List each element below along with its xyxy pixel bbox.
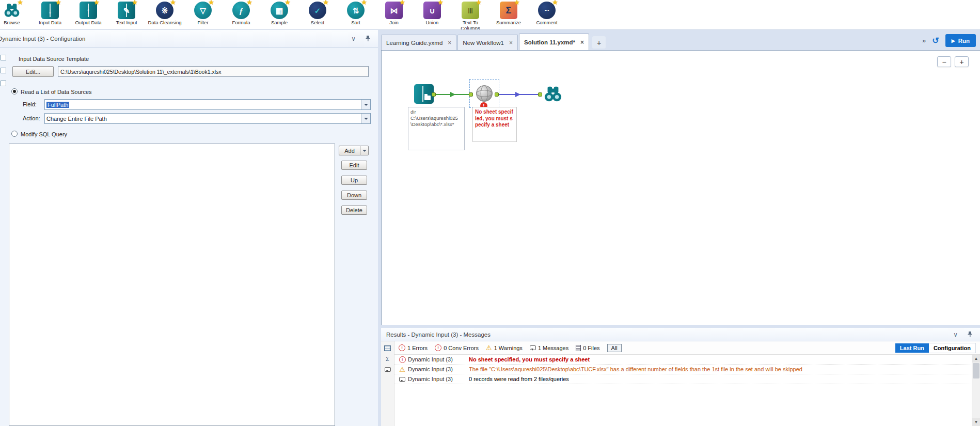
output-anchor[interactable] xyxy=(432,92,436,97)
data-sources-listbox[interactable] xyxy=(9,144,335,426)
edit-template-button[interactable]: Edit... xyxy=(12,66,54,77)
close-tab-icon[interactable]: × xyxy=(509,39,513,46)
filter-conv-errors[interactable]: ! 0 Conv Errors xyxy=(435,344,479,351)
directory-tool-node[interactable] xyxy=(414,84,434,104)
dynamic-input-tool-node[interactable] xyxy=(475,84,494,103)
tool-browse[interactable]: ★ Browse xyxy=(0,0,31,26)
filter-all-button[interactable]: All xyxy=(607,344,622,352)
read-list-radio[interactable] xyxy=(11,88,18,94)
pin-icon[interactable] xyxy=(365,35,371,42)
warning-icon: ⚠ xyxy=(486,344,492,351)
run-button[interactable]: ▶ Run xyxy=(945,34,976,47)
filter-warnings[interactable]: ⚠ 1 Warnings xyxy=(486,344,523,351)
favorite-star-icon: ★ xyxy=(552,0,558,6)
tabbar-right-controls: » ↺ ▶ Run xyxy=(922,34,980,50)
tool-filter[interactable]: ▽ ★ Filter xyxy=(184,0,222,26)
scroll-down-icon[interactable]: ▼ xyxy=(972,418,980,426)
tool-summarize[interactable]: Σ ★ Summarize xyxy=(489,0,528,26)
output-data-icon: ↑ ★ xyxy=(80,2,97,19)
text-to-columns-icon: ||| ★ xyxy=(462,2,479,19)
results-panel: Results - Dynamic Input (3) - Messages ∨… xyxy=(381,328,980,426)
favorite-star-icon: ★ xyxy=(284,0,291,6)
up-button[interactable]: Up xyxy=(341,176,367,185)
collapse-chevron-icon[interactable]: ∨ xyxy=(351,35,356,42)
delete-button[interactable]: Delete xyxy=(341,206,367,215)
zoom-out-button[interactable]: − xyxy=(937,56,951,67)
close-tab-icon[interactable]: × xyxy=(448,39,451,46)
tool-select[interactable]: ✓ ★ Select xyxy=(298,0,337,26)
collapse-chevron-icon[interactable]: ∨ xyxy=(953,331,958,338)
modify-sql-radio[interactable] xyxy=(11,131,18,137)
filter-files[interactable]: 0 Files xyxy=(576,345,599,351)
result-row-warning[interactable]: ⚠ Dynamic Input (3) The file "C:\Users\a… xyxy=(394,365,971,374)
formula-icon: ƒ ★ xyxy=(232,2,250,19)
add-button[interactable]: Add xyxy=(339,146,360,155)
tool-text-to-columns[interactable]: ||| ★ Text To Columns xyxy=(451,0,489,30)
configuration-toggle[interactable]: Configuration xyxy=(929,343,976,353)
tool-text-input[interactable]: ✎ ★ Text Input xyxy=(107,0,146,26)
select-icon: ✓ ★ xyxy=(309,2,326,19)
down-button[interactable]: Down xyxy=(341,191,367,200)
tab-learning-guide[interactable]: Learning Guide.yxmd × xyxy=(381,35,456,50)
filter-errors[interactable]: ! 1 Errors xyxy=(399,344,428,351)
directory-annotation[interactable]: dir C:\Users\aqureshi025\Desktop\abc\*.x… xyxy=(408,107,465,150)
folder-icon xyxy=(424,96,431,100)
read-list-radio-label[interactable]: Read a List of Data Sources xyxy=(21,89,92,95)
browse-tool-node[interactable] xyxy=(543,84,563,104)
tool-output-data[interactable]: ↑ ★ Output Data xyxy=(69,0,107,26)
close-tab-icon[interactable]: × xyxy=(580,39,584,46)
tool-join[interactable]: ⋈ ★ Join xyxy=(375,0,413,26)
last-run-toggle[interactable]: Last Run xyxy=(895,343,929,353)
modify-sql-radio-label[interactable]: Modify SQL Query xyxy=(21,131,67,137)
tool-formula[interactable]: ƒ ★ Formula xyxy=(222,0,260,26)
field-dropdown[interactable]: FullPath xyxy=(44,99,371,110)
grid-view-icon[interactable] xyxy=(384,345,391,351)
input-anchor[interactable] xyxy=(538,92,542,97)
new-tab-button[interactable]: + xyxy=(592,36,606,49)
zoom-in-button[interactable]: + xyxy=(955,56,969,67)
message-icon xyxy=(399,377,405,382)
tool-sort[interactable]: ⇅ ★ Sort xyxy=(337,0,375,26)
result-row-message[interactable]: Dynamic Input (3) 0 records were read fr… xyxy=(394,374,971,384)
error-annotation[interactable]: No sheet specified, you must specify a s… xyxy=(472,107,517,142)
configuration-panel: Dynamic Input (3) - Configuration ∨ Inpu… xyxy=(0,30,378,426)
tool-union[interactable]: ∪ ★ Union xyxy=(413,0,451,26)
results-view-toggle: Last Run Configuration xyxy=(895,343,976,353)
tool-data-cleansing[interactable]: ※ ★ Data Cleansing xyxy=(146,0,184,26)
anchor-tab-icon[interactable] xyxy=(1,81,6,86)
summary-view-icon[interactable]: Σ xyxy=(386,356,389,362)
tool-input-data[interactable]: ↓ ★ Input Data xyxy=(31,0,69,26)
browse-tool-icon xyxy=(543,84,563,104)
pin-icon[interactable] xyxy=(967,331,973,338)
workflow-history-icon[interactable]: ↺ xyxy=(932,36,939,45)
tab-solution-11[interactable]: Solution 11.yxmd* × xyxy=(519,34,589,50)
dropdown-arrow-icon[interactable] xyxy=(361,100,370,109)
filter-icon: ▽ ★ xyxy=(194,2,212,19)
results-scrollbar[interactable]: ▲ ▼ xyxy=(972,355,980,426)
scrollbar-thumb[interactable] xyxy=(973,363,979,378)
add-dropdown-arrow-icon[interactable] xyxy=(360,146,369,155)
results-filter-toolbar: ! 1 Errors ! 0 Conv Errors ⚠ 1 Warnings xyxy=(394,341,980,355)
filter-messages[interactable]: 1 Messages xyxy=(530,345,568,351)
result-row-error[interactable]: ! Dynamic Input (3) No sheet specified, … xyxy=(394,355,971,365)
tool-sample[interactable]: ▦ ★ Sample xyxy=(260,0,298,26)
field-dropdown-value: FullPath xyxy=(46,102,69,108)
dropdown-arrow-icon[interactable] xyxy=(361,114,370,123)
workflow-canvas[interactable]: ! dir C:\Users\aqureshi025\Desktop\abc\*… xyxy=(381,50,980,325)
tool-comment[interactable]: ··· ★ Comment xyxy=(528,0,566,26)
messages-view-icon[interactable] xyxy=(385,367,391,372)
favorite-star-icon: ★ xyxy=(132,0,138,6)
tab-new-workflow1[interactable]: New Workflow1 × xyxy=(457,35,518,50)
error-icon: ! xyxy=(399,344,405,351)
template-path-field[interactable]: C:\Users\aqureshi025\Desktop\Solution 11… xyxy=(58,66,369,77)
output-anchor[interactable] xyxy=(495,92,499,97)
action-dropdown[interactable]: Change Entire File Path xyxy=(44,113,371,124)
anchor-tab-icon[interactable] xyxy=(1,68,6,73)
file-icon xyxy=(576,345,581,351)
tab-overflow-icon[interactable]: » xyxy=(922,37,926,44)
document-tab-bar: Learning Guide.yxmd × New Workflow1 × So… xyxy=(381,30,980,50)
scroll-up-icon[interactable]: ▲ xyxy=(972,355,980,362)
anchor-tab-icon[interactable] xyxy=(1,55,6,60)
edit-action-button[interactable]: Edit xyxy=(341,161,367,170)
input-anchor[interactable] xyxy=(469,92,473,97)
